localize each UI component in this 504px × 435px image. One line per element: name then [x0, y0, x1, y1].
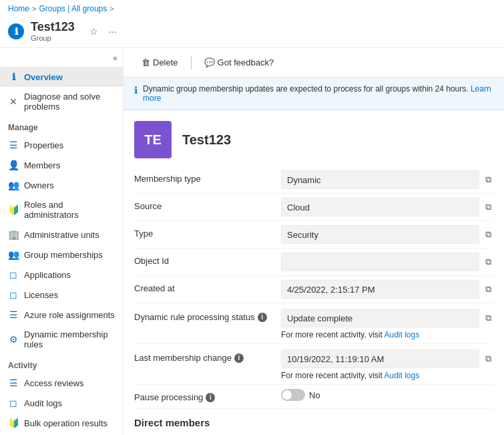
sidebar-item-label: Administrative units [24, 230, 99, 240]
copy-dynamic-rule[interactable]: ⧉ [483, 311, 493, 325]
breadcrumb-sep1: > [32, 5, 36, 13]
more-button[interactable]: ··· [106, 25, 119, 38]
source-value: Cloud [281, 198, 479, 216]
feedback-icon: 💬 [204, 57, 215, 67]
pause-processing-info-icon[interactable]: i [206, 393, 215, 402]
page-header: ℹ Test123 Group ☆ ··· [0, 17, 504, 47]
diagnose-icon: ✕ [8, 96, 19, 107]
group-header: TE Test123 [123, 110, 504, 166]
property-row-pause-processing: Pause processing i No [134, 385, 493, 409]
header-title-block: Test123 Group [31, 20, 75, 42]
toggle-track[interactable] [281, 389, 305, 401]
sidebar-item-audit-logs[interactable]: ◻ Audit logs [0, 393, 123, 413]
created-at-value: 4/25/2022, 2:15:17 PM [281, 280, 479, 299]
access-reviews-icon: ☰ [8, 378, 19, 388]
delete-icon: 🗑 [142, 57, 150, 67]
toolbar-separator [191, 56, 192, 69]
banner-text: Dynamic group membership updates are exp… [143, 84, 493, 103]
prop-value-type: Security ⧉ [281, 225, 493, 244]
dynamic-rule-audit-link[interactable]: Audit logs [384, 330, 419, 339]
direct-members-section: Direct members 🌐 687 Total 👤 687 User(s)… [123, 409, 504, 435]
page-subtitle: Group [31, 34, 75, 42]
breadcrumb-groups[interactable]: Groups | All groups [39, 4, 107, 13]
applications-icon: ◻ [8, 269, 19, 280]
prop-label-type: Type [134, 225, 281, 239]
sidebar-item-overview[interactable]: ℹ Overview [0, 67, 123, 87]
sidebar-item-label: Applications [24, 270, 71, 280]
sidebar-item-label: Dynamic membership rules [24, 329, 115, 349]
prop-value-last-membership-change: 10/19/2022, 11:19:10 AM ⧉ [281, 349, 493, 368]
object-id-value [281, 253, 479, 271]
prop-label-pause-processing: Pause processing i [134, 389, 281, 402]
copy-last-membership[interactable]: ⧉ [483, 351, 493, 366]
banner-icon: ℹ [134, 85, 138, 96]
audit-logs-icon: ◻ [8, 398, 19, 408]
prop-label-membership-type: Membership type [134, 170, 281, 184]
breadcrumb: Home > Groups | All groups > [0, 0, 504, 17]
sidebar-item-access-reviews[interactable]: ☰ Access reviews [0, 373, 123, 393]
members-icon: 👤 [8, 160, 19, 170]
pin-button[interactable]: ☆ [87, 25, 101, 38]
last-membership-note: For more recent activity, visit Audit lo… [281, 371, 493, 380]
sidebar-item-group-memberships[interactable]: 👥 Group memberships [0, 245, 123, 265]
property-row-object-id: Object Id ⧉ [134, 249, 493, 276]
sidebar-item-licenses[interactable]: ◻ Licenses [0, 285, 123, 305]
sidebar-item-label: Licenses [24, 290, 58, 300]
sidebar-item-label: Overview [24, 72, 63, 82]
sidebar-item-azure-roles[interactable]: ☰ Azure role assignments [0, 305, 123, 325]
last-membership-audit-link[interactable]: Audit logs [384, 371, 419, 380]
copy-type[interactable]: ⧉ [483, 227, 493, 242]
delete-button[interactable]: 🗑 Delete [134, 53, 186, 71]
header-info-icon: ℹ [8, 23, 24, 39]
sidebar-item-dynamic-rules[interactable]: ⚙ Dynamic membership rules [0, 325, 123, 354]
sidebar-item-diagnose[interactable]: ✕ Diagnose and solve problems [0, 87, 123, 116]
sidebar-item-admin-units[interactable]: 🏢 Administrative units [0, 225, 123, 245]
sidebar-item-label: Azure role assignments [24, 310, 115, 320]
last-membership-change-value: 10/19/2022, 11:19:10 AM [281, 349, 479, 368]
prop-label-dynamic-rule-status: Dynamic rule processing status i [134, 309, 281, 322]
prop-value-pause-processing: No [281, 389, 493, 401]
sidebar-item-label: Owners [24, 180, 54, 190]
sidebar-item-label: Audit logs [24, 398, 62, 408]
pause-processing-toggle[interactable]: No [281, 389, 320, 401]
content-area: 🗑 Delete 💬 Got feedback? ℹ Dynamic group… [123, 48, 504, 435]
prop-value-created-at: 4/25/2022, 2:15:17 PM ⧉ [281, 280, 493, 299]
roles-icon: 🔰 [8, 204, 19, 215]
prop-value-dynamic-rule: Update complete ⧉ [281, 309, 493, 327]
breadcrumb-sep2: > [109, 5, 113, 13]
dynamic-rule-info-icon[interactable]: i [258, 313, 267, 322]
copy-object-id[interactable]: ⧉ [483, 255, 493, 269]
sidebar-collapse: « [0, 52, 123, 67]
sidebar-section-manage: Manage [0, 116, 123, 135]
sidebar-item-owners[interactable]: 👥 Owners [0, 175, 123, 195]
property-row-created-at: Created at 4/25/2022, 2:15:17 PM ⧉ [134, 276, 493, 303]
feedback-button[interactable]: 💬 Got feedback? [197, 53, 282, 71]
copy-source[interactable]: ⧉ [483, 200, 493, 214]
sidebar-item-applications[interactable]: ◻ Applications [0, 265, 123, 285]
property-row-dynamic-rule-status: Dynamic rule processing status i Update … [134, 303, 493, 344]
group-name: Test123 [182, 132, 231, 148]
prop-col-last-membership: 10/19/2022, 11:19:10 AM ⧉ For more recen… [281, 349, 493, 380]
sidebar-collapse-button[interactable]: « [113, 53, 117, 63]
breadcrumb-home[interactable]: Home [8, 4, 29, 13]
toggle-thumb [282, 390, 292, 400]
sidebar-item-roles[interactable]: 🔰 Roles and administrators [0, 195, 123, 225]
azure-roles-icon: ☰ [8, 309, 19, 320]
property-row-membership-type: Membership type Dynamic ⧉ [134, 166, 493, 194]
sidebar-item-bulk-ops[interactable]: 🔰 Bulk operation results [0, 413, 123, 433]
prop-label-source: Source [134, 198, 281, 211]
sidebar-item-members[interactable]: 👤 Members [0, 155, 123, 175]
copy-membership-type[interactable]: ⧉ [483, 172, 493, 187]
sidebar-item-label: Access reviews [24, 378, 84, 388]
header-actions: ☆ ··· [87, 25, 119, 38]
group-avatar: TE [134, 121, 172, 158]
copy-created-at[interactable]: ⧉ [483, 282, 493, 297]
sidebar-item-properties[interactable]: ☰ Properties [0, 135, 123, 155]
last-membership-info-icon[interactable]: i [234, 353, 244, 363]
info-banner: ℹ Dynamic group membership updates are e… [123, 78, 504, 110]
admin-units-icon: 🏢 [8, 229, 19, 240]
owners-icon: 👥 [8, 180, 19, 190]
overview-icon: ℹ [8, 71, 19, 82]
prop-value-source: Cloud ⧉ [281, 198, 493, 216]
sidebar-item-label: Roles and administrators [24, 200, 115, 220]
